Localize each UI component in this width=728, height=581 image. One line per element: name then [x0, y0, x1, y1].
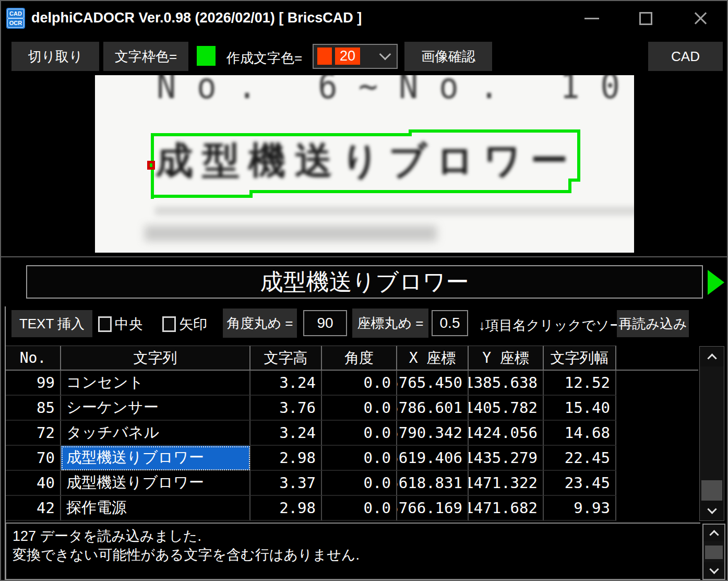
apply-button[interactable]	[707, 269, 725, 295]
scrollbar-thumb[interactable]	[701, 480, 722, 503]
column-header[interactable]: Y 座標	[469, 346, 544, 370]
row-filler	[616, 496, 698, 521]
chevron-down-icon	[707, 504, 717, 514]
column-header[interactable]: 角度	[322, 346, 397, 370]
table-cell[interactable]: 3.37	[250, 471, 322, 496]
minimize-button[interactable]	[576, 6, 607, 30]
text-insert-button[interactable]: TEXT 挿入	[11, 310, 92, 337]
table-cell[interactable]: 0.0	[322, 496, 397, 521]
table-row[interactable]: 99コンセント3.240.05765.4501385.63812.52	[6, 371, 698, 396]
table-cell[interactable]: 0.0	[322, 371, 397, 396]
table-cell[interactable]: 5765.450	[397, 371, 469, 396]
table-cell[interactable]: 9.93	[544, 496, 616, 521]
arrow-checkbox[interactable]: 矢印	[162, 315, 207, 334]
table-cell[interactable]: 探作電源	[61, 496, 250, 521]
table-cell[interactable]: 0.0	[322, 446, 397, 471]
scroll-down-button[interactable]	[703, 562, 724, 579]
table-cell[interactable]: 1405.782	[469, 396, 544, 421]
table-cell[interactable]: 3.76	[250, 396, 322, 421]
column-header[interactable]: X 座標	[397, 346, 469, 370]
column-header[interactable]: 文字高	[250, 346, 322, 370]
text-color-combo[interactable]: 20	[313, 44, 398, 69]
table-row[interactable]: 72タッチバネル3.240.05790.3421424.05614.68	[6, 421, 698, 446]
table-cell[interactable]: 1385.638	[469, 371, 544, 396]
sort-hint-label: ↓項目名クリックでソート	[479, 316, 637, 335]
table-cell[interactable]: 14.68	[544, 421, 616, 446]
maximize-icon	[639, 12, 652, 25]
table-cell[interactable]: 5786.601	[397, 396, 469, 421]
column-header[interactable]: 文字列幅	[544, 346, 616, 370]
table-cell[interactable]: シーケンサー	[61, 396, 250, 421]
column-header[interactable]: No.	[6, 346, 61, 370]
table-cell[interactable]: 42	[6, 496, 61, 521]
cad-button[interactable]: CAD	[648, 42, 723, 71]
maximize-button[interactable]	[630, 6, 661, 30]
minimize-icon	[584, 18, 599, 19]
scan-ghost-smudge	[155, 207, 634, 215]
table-cell[interactable]: 0.0	[322, 396, 397, 421]
scroll-up-button[interactable]	[703, 525, 724, 541]
table-cell[interactable]: 1424.056	[469, 421, 544, 446]
table-cell[interactable]: タッチバネル	[61, 421, 250, 446]
table-cell[interactable]: 2.98	[250, 496, 322, 521]
table-cell[interactable]: 成型機送りブロワー	[61, 471, 250, 496]
chevron-down-icon	[709, 564, 719, 574]
checkbox-icon	[162, 316, 176, 332]
table-scrollbar[interactable]	[699, 346, 724, 521]
table-cell[interactable]: 23.45	[544, 471, 616, 496]
checkbox-icon	[98, 316, 112, 332]
angle-round-input[interactable]	[303, 310, 347, 336]
close-button[interactable]	[685, 6, 716, 30]
table-row[interactable]: 70成型機送りブロワー2.980.05619.4061435.27922.45	[6, 446, 698, 471]
cut-button[interactable]: 切り取り	[11, 42, 99, 71]
table-cell[interactable]: 5618.831	[397, 471, 469, 496]
app-icon-ocr-label: OCR	[7, 18, 24, 28]
column-header[interactable]: 文字列	[61, 346, 250, 370]
table-row[interactable]: 42探作電源2.980.05766.1691471.6829.93	[6, 496, 698, 521]
row-filler	[616, 421, 698, 446]
status-scrollbar[interactable]	[702, 524, 725, 580]
table-cell[interactable]: 3.24	[250, 371, 322, 396]
scroll-down-button[interactable]	[700, 501, 724, 520]
table-cell[interactable]: 5766.169	[397, 496, 469, 521]
table-cell[interactable]: 72	[6, 421, 61, 446]
scan-preview-image: No. 6~No. 10 成型機送りブロワー	[95, 75, 634, 253]
table-cell[interactable]: 85	[6, 396, 61, 421]
table-cell[interactable]: 5790.342	[397, 421, 469, 446]
selected-cell[interactable]: 成型機送りブロワー	[61, 446, 250, 471]
table-cell[interactable]: 12.52	[544, 371, 616, 396]
table-cell[interactable]: 40	[6, 471, 61, 496]
table-cell[interactable]: コンセント	[61, 371, 250, 396]
grip-marker[interactable]	[147, 161, 155, 170]
table-cell[interactable]: 22.45	[544, 446, 616, 471]
table-header: No.文字列文字高角度X 座標Y 座標文字列幅	[6, 346, 698, 371]
scrollbar-thumb[interactable]	[705, 546, 723, 559]
coord-round-input[interactable]	[432, 310, 468, 336]
table-row[interactable]: 85シーケンサー3.760.05786.6011405.78215.40	[6, 396, 698, 421]
table-cell[interactable]: 3.24	[250, 421, 322, 446]
ocr-box-edge	[151, 133, 412, 136]
table-cell[interactable]: 1435.279	[469, 446, 544, 471]
reload-button[interactable]: 再読み込み	[617, 310, 689, 337]
table-cell[interactable]: 15.40	[544, 396, 616, 421]
frame-color-button[interactable]: 文字枠色=	[103, 42, 188, 71]
table-cell[interactable]: 2.98	[250, 446, 322, 471]
table-cell[interactable]: 99	[6, 371, 61, 396]
table-cell[interactable]: 0.0	[322, 471, 397, 496]
table-row[interactable]: 40成型機送りブロワー3.370.05618.8311471.32223.45	[6, 471, 698, 496]
ocr-box-edge	[409, 129, 580, 133]
table-cell[interactable]: 70	[6, 446, 61, 471]
table-cell[interactable]: 1471.682	[469, 496, 544, 521]
row-filler	[616, 446, 698, 471]
table-cell[interactable]: 1471.322	[469, 471, 544, 496]
scroll-up-button[interactable]	[700, 347, 724, 366]
table-cell[interactable]: 5619.406	[397, 446, 469, 471]
ocr-text-field[interactable]	[26, 265, 703, 299]
frame-color-swatch[interactable]	[197, 46, 216, 66]
scan-text-line2: 成型機送りブロワー	[156, 136, 577, 186]
center-checkbox[interactable]: 中央	[98, 315, 143, 334]
table-cell[interactable]: 0.0	[322, 421, 397, 446]
image-check-button[interactable]: 画像確認	[404, 42, 492, 71]
angle-round-label: 角度丸め =	[223, 309, 297, 338]
header-filler	[616, 346, 698, 370]
